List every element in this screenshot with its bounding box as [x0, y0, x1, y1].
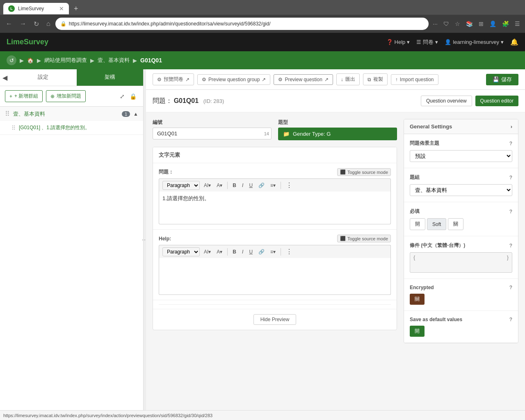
help-font-size-btn[interactable]: AI▾ — [202, 248, 212, 256]
breadcrumb-arrow-3: ▶ — [90, 57, 94, 64]
more-options-icon[interactable]: ··· — [431, 20, 439, 28]
help-underline-button[interactable]: U — [247, 248, 254, 256]
save-defaults-section: Save as default values ? 開 — [404, 311, 518, 343]
preview-question-button[interactable]: ⚙ Preview question ↗ — [274, 74, 333, 85]
type-button[interactable]: 📁 Gender Type: G — [278, 128, 397, 140]
align-button[interactable]: ≡▾ — [269, 182, 277, 189]
address-bar[interactable]: 🔒 https://limesurvey.imacat.idv.tw/index… — [55, 18, 429, 30]
help-italic-button[interactable]: I — [240, 248, 245, 256]
star-icon[interactable]: ☆ — [453, 20, 462, 28]
encrypted-off-button[interactable]: 關 — [410, 294, 425, 305]
theme-help-icon[interactable]: ? — [509, 141, 512, 146]
save-defaults-help-icon[interactable]: ? — [509, 317, 512, 322]
home-button[interactable]: ⌂ — [44, 18, 53, 29]
profile-icon[interactable]: 👤 — [488, 20, 498, 28]
theme-select[interactable]: 預設 — [410, 150, 512, 162]
mandatory-soft-button[interactable]: Soft — [427, 218, 446, 230]
question-overview-button[interactable]: Question overview — [421, 96, 472, 106]
condition-input-wrapper[interactable]: { } — [410, 252, 512, 273]
breadcrumb-home-icon: 🏠 — [27, 57, 34, 64]
help-text-color-btn[interactable]: A▾ — [215, 248, 224, 256]
question-list-item[interactable]: ⠿ [G01Q01] 、1.請選擇您的性別。 — [0, 121, 143, 135]
toggle-source-button-q[interactable]: ⬛ Toggle source mode — [337, 168, 391, 176]
group-select[interactable]: 壹、基本資料 — [410, 184, 512, 196]
close-tab-icon[interactable]: ✕ — [59, 5, 64, 12]
text-color-btn[interactable]: A▾ — [215, 182, 224, 189]
hide-preview-button[interactable]: Hide Preview — [253, 314, 297, 325]
back-button[interactable]: ← — [3, 18, 15, 29]
mandatory-help-icon[interactable]: ? — [509, 209, 512, 215]
forward-button[interactable]: → — [17, 18, 29, 29]
refresh-button[interactable]: ↻ — [31, 18, 41, 30]
save-button[interactable]: 💾 儲存 — [486, 74, 518, 85]
extensions-icon[interactable]: 🧩 — [500, 20, 511, 28]
help-align-button[interactable]: ≡▾ — [269, 248, 277, 256]
survey-menu-button[interactable]: ☰ 問卷 ▾ — [416, 39, 438, 46]
breadcrumb-arrow-2: ▶ — [37, 57, 41, 64]
help-editor-separator-2 — [281, 248, 281, 256]
preview-group-button[interactable]: ⚙ Preview question group ↗ — [197, 74, 270, 85]
underline-button[interactable]: U — [247, 182, 254, 189]
group-help-icon[interactable]: ? — [509, 175, 512, 180]
help-link-button[interactable]: 🔗 — [257, 248, 266, 256]
add-group-button[interactable]: + + 新增群組 — [5, 90, 43, 102]
question-editor-content[interactable]: 1.請選擇您的性別。 — [159, 192, 391, 224]
help-paragraph-select[interactable]: Paragraph — [162, 247, 200, 256]
breadcrumb-group[interactable]: 壹、基本資料 — [98, 57, 130, 64]
question-editor-button[interactable]: Question editor — [475, 96, 518, 106]
encrypted-help-icon[interactable]: ? — [509, 285, 512, 290]
font-size-btn[interactable]: AI▾ — [202, 182, 212, 189]
sidebar-icon[interactable]: ⊞ — [477, 20, 485, 28]
help-bold-button[interactable]: B — [231, 248, 238, 256]
group-header[interactable]: ⠿ 壹、基本資料 1 ▲ — [0, 107, 143, 121]
help-button[interactable]: ❓ Help ▾ — [386, 39, 410, 45]
main-toolbar: ⚙ 預覽問卷 ↗ ⚙ Preview question group ↗ ⚙ Pr… — [146, 69, 525, 90]
help-editor-content[interactable] — [159, 258, 391, 295]
preview-survey-button[interactable]: ⚙ 預覽問卷 ↗ — [153, 73, 194, 85]
paragraph-select[interactable]: Paragraph — [162, 181, 200, 190]
italic-button[interactable]: I — [240, 182, 245, 189]
card-divider — [159, 304, 391, 305]
add-question-button[interactable]: ⊕ 增加新問題 — [46, 90, 86, 102]
mandatory-off-button[interactable]: 關 — [448, 218, 463, 230]
menu-icon[interactable]: ☰ — [513, 20, 522, 28]
question-drag-icon: ⠿ — [11, 125, 16, 131]
mandatory-on-button[interactable]: 開 — [410, 218, 425, 230]
condition-input-field[interactable] — [417, 254, 505, 271]
group-collapse-icon[interactable]: ▲ — [133, 111, 138, 117]
help-editor-separator-1 — [227, 248, 228, 256]
more-options-button[interactable]: ⋮ — [284, 180, 294, 190]
export-button[interactable]: ↓ 匯出 — [336, 73, 360, 85]
lock-icon: 🔒 — [60, 21, 66, 27]
condition-help-icon[interactable]: ? — [509, 243, 512, 249]
toggle-source-button-h[interactable]: ⬛ Toggle source mode — [337, 235, 391, 242]
import-question-button[interactable]: ↑ Import question — [391, 74, 438, 85]
user-menu-button[interactable]: 👤 learning-limesurvey ▾ — [445, 39, 504, 45]
code-input[interactable] — [153, 128, 272, 139]
notification-bell-icon[interactable]: 🔔 — [510, 38, 518, 46]
text-elements-card: 文字元素 問題： ⬛ Toggle source mode — [153, 147, 397, 330]
code-type-row: 編號 14 題型 📁 Gender Type: G — [153, 119, 397, 140]
expand-icon[interactable]: ⤢ — [118, 91, 126, 101]
save-defaults-on-button[interactable]: 開 — [410, 326, 425, 337]
copy-button[interactable]: ⧉ 複製 — [363, 73, 388, 85]
tab-structure[interactable]: 架構 — [77, 69, 144, 86]
shield-icon[interactable]: 🛡 — [442, 20, 451, 28]
link-button[interactable]: 🔗 — [257, 182, 266, 189]
browser-tab-active[interactable]: L LimeSurvey ✕ — [3, 3, 69, 14]
help-icon: ❓ — [386, 39, 393, 45]
bold-button[interactable]: B — [231, 182, 238, 189]
sidebar-collapse-button[interactable]: ◀ — [0, 69, 10, 86]
general-settings-header[interactable]: General Settings › — [404, 119, 518, 134]
help-more-options-button[interactable]: ⋮ — [284, 247, 294, 256]
tab-title: LimeSurvey — [18, 6, 44, 11]
home-icon: ↺ — [9, 57, 14, 64]
mandatory-section: 必填 ? 開 Soft 關 — [404, 202, 518, 236]
lock-icon[interactable]: 🔒 — [128, 91, 138, 101]
breadcrumb-survey[interactable]: 網站使用問卷調查 — [44, 57, 87, 64]
copy-icon: ⧉ — [368, 77, 371, 82]
new-tab-button[interactable]: + — [71, 5, 82, 13]
tab-settings[interactable]: 設定 — [10, 69, 77, 86]
library-icon[interactable]: 📚 — [464, 20, 475, 28]
breadcrumb-home-button[interactable]: ↺ — [7, 55, 16, 65]
